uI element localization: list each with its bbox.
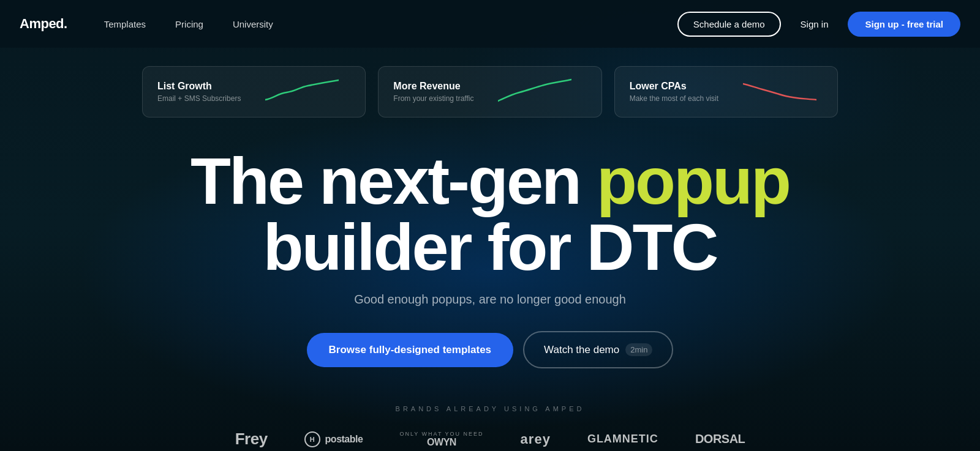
hero-line1-white: The next-gen: [190, 144, 580, 218]
sign-up-button[interactable]: Sign up - free trial: [848, 12, 960, 37]
postable-icon: H: [304, 431, 320, 447]
stat-cards-row: List Growth Email + SMS Subscribers More…: [123, 66, 858, 117]
stat-card-lower-cpas-chart: [743, 76, 816, 107]
main-content: List Growth Email + SMS Subscribers More…: [0, 48, 980, 449]
stat-card-lower-cpas-text: Lower CPAs Make the most of each visit: [630, 81, 718, 103]
demo-duration-badge: 2min: [625, 343, 652, 356]
watch-demo-button[interactable]: Watch the demo 2min: [523, 331, 673, 368]
brands-label: BRANDS ALREADY USING AMPED: [142, 405, 838, 412]
stat-card-lower-cpas: Lower CPAs Make the most of each visit: [614, 66, 838, 117]
stat-card-list-growth-text: List Growth Email + SMS Subscribers: [157, 81, 241, 103]
hero-headline: The next-gen popup builder for DTC: [190, 148, 790, 280]
brand-postable: H postable: [304, 431, 363, 447]
nav-item-templates[interactable]: Templates: [92, 14, 158, 34]
stat-card-list-growth-chart: [265, 76, 339, 107]
stat-card-list-growth: List Growth Email + SMS Subscribers: [142, 66, 366, 117]
hero-line2: builder for DTC: [263, 210, 717, 284]
brands-row: Frey H postable ONLY WHAT YOU NEED OWYN …: [142, 430, 838, 449]
brand-arey: arey: [521, 431, 551, 447]
nav-item-university[interactable]: University: [221, 14, 285, 34]
brand-dorsal: DORSAL: [695, 432, 745, 446]
brands-section: BRANDS ALREADY USING AMPED Frey H postab…: [123, 405, 858, 449]
sign-in-button[interactable]: Sign in: [788, 13, 841, 35]
stat-card-list-growth-title: List Growth: [157, 81, 241, 92]
stat-card-more-revenue-title: More Revenue: [393, 81, 473, 92]
hero-line1-yellow: popup: [597, 144, 790, 218]
nav-item-pricing[interactable]: Pricing: [163, 14, 216, 34]
schedule-demo-button[interactable]: Schedule a demo: [677, 12, 781, 37]
nav-links: Templates Pricing University: [92, 14, 677, 34]
cta-row: Browse fully-designed templates Watch th…: [307, 331, 674, 368]
navbar: Amped. Templates Pricing University Sche…: [0, 0, 980, 48]
stat-card-more-revenue-chart: [498, 76, 571, 107]
stat-card-more-revenue: More Revenue From your existing traffic: [378, 66, 601, 117]
nav-actions: Schedule a demo Sign in Sign up - free t…: [677, 12, 960, 37]
hero-subtext: Good enough popups, are no longer good e…: [354, 293, 626, 307]
browse-templates-button[interactable]: Browse fully-designed templates: [307, 333, 513, 367]
stat-card-lower-cpas-title: Lower CPAs: [630, 81, 718, 92]
stat-card-lower-cpas-subtitle: Make the most of each visit: [630, 94, 718, 103]
stat-card-list-growth-subtitle: Email + SMS Subscribers: [157, 94, 241, 103]
brand-owyn: ONLY WHAT YOU NEED OWYN: [399, 431, 483, 448]
watch-demo-label: Watch the demo: [544, 344, 619, 356]
brand-frey: Frey: [235, 430, 268, 449]
logo[interactable]: Amped.: [20, 16, 67, 32]
stat-card-more-revenue-subtitle: From your existing traffic: [393, 94, 473, 103]
stat-card-more-revenue-text: More Revenue From your existing traffic: [393, 81, 473, 103]
brand-glamnetic: GLAMNETIC: [587, 433, 658, 445]
